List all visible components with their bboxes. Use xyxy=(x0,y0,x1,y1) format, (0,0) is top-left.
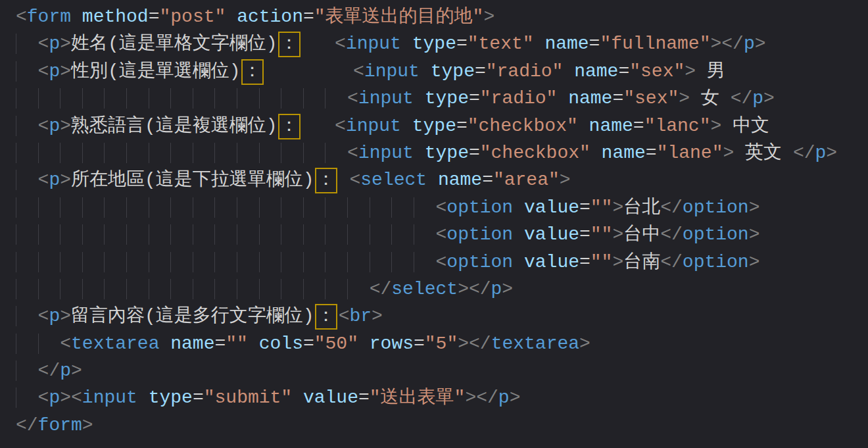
token-att: name xyxy=(544,34,589,54)
token-tag: form xyxy=(27,7,71,27)
code-line[interactable]: <textarea name="" cols="50" rows="5"></t… xyxy=(16,330,868,357)
token-tag: p xyxy=(60,361,71,381)
token-str: "area" xyxy=(493,170,560,190)
token-str: "radio" xyxy=(480,88,558,109)
token-txt xyxy=(265,61,353,82)
code-line[interactable]: <input type="checkbox" name="lane"> 英文 <… xyxy=(16,139,868,166)
code-line[interactable]: <p>姓名(這是單格文字欄位)： <input type="text" name… xyxy=(16,30,868,57)
code-line[interactable]: <p>留言內容(這是多行文字欄位)：<br> xyxy=(16,303,868,330)
token-txt xyxy=(420,61,431,82)
token-txt xyxy=(513,252,524,272)
code-line[interactable]: <form method="post" action="表單送出的目的地"> xyxy=(16,3,868,30)
token-txt: 台中 xyxy=(623,224,660,245)
token-txt xyxy=(534,34,545,54)
code-line[interactable]: </p> xyxy=(16,357,868,384)
code-editor[interactable]: <form method="post" action="表單送出的目的地"> <… xyxy=(0,0,868,448)
token-pu: < xyxy=(38,34,49,54)
token-str: "submit" xyxy=(204,387,292,408)
code-line[interactable]: <option value="">台南</option> xyxy=(16,249,868,276)
token-pu: > xyxy=(679,88,690,109)
token-pu: < xyxy=(339,306,350,326)
code-line[interactable]: </form> xyxy=(16,412,868,439)
token-txt: 留言內容(這是多行文字欄位) xyxy=(71,306,314,326)
code-line[interactable]: <p>性別(這是單選欄位)： <input type="radio" name=… xyxy=(16,58,868,85)
token-pu: </ xyxy=(469,279,491,299)
token-eq: = xyxy=(579,224,591,245)
token-pu: </ xyxy=(370,279,392,299)
code-line[interactable]: </select></p> xyxy=(16,276,868,303)
token-tag: p xyxy=(744,34,755,54)
token-pu: < xyxy=(38,116,49,136)
token-pu: > xyxy=(465,387,476,408)
code-line[interactable]: <input type="radio" name="sex"> 女 </p> xyxy=(16,85,868,112)
token-txt xyxy=(414,143,425,163)
token-txt: 熟悉語言(這是複選欄位) xyxy=(71,116,277,136)
token-tag: p xyxy=(49,61,60,82)
token-att: value xyxy=(524,197,579,218)
token-eq: = xyxy=(646,143,657,163)
token-pu: > xyxy=(579,334,591,354)
token-pu: > xyxy=(749,197,760,218)
token-eq: = xyxy=(214,334,226,354)
token-eq: = xyxy=(358,387,370,408)
indent-guides xyxy=(16,361,38,381)
token-pu: > xyxy=(60,116,71,136)
token-str: "radio" xyxy=(486,61,564,82)
token-pu: > xyxy=(60,61,71,82)
token-pu: > xyxy=(612,197,623,218)
token-pu: </ xyxy=(731,88,753,109)
token-tag: p xyxy=(49,116,60,136)
token-pu: </ xyxy=(721,34,744,54)
token-txt xyxy=(248,334,259,354)
token-pu: > xyxy=(60,170,71,190)
token-pu: < xyxy=(335,34,346,54)
token-txt: 女 xyxy=(690,88,731,109)
token-pu: < xyxy=(436,197,447,218)
token-att: name xyxy=(602,143,646,163)
token-att: type xyxy=(149,387,193,408)
code-line[interactable]: <p>所在地區(這是下拉選單欄位)： <select name="area"> xyxy=(16,166,868,193)
token-pu: > xyxy=(612,224,623,245)
token-tag: select xyxy=(391,279,458,299)
token-txt xyxy=(159,334,170,354)
token-str: "sex" xyxy=(629,61,685,82)
token-pu: < xyxy=(38,170,49,190)
code-line[interactable]: <option value="">台北</option> xyxy=(16,194,868,221)
token-pu: > xyxy=(502,279,513,299)
token-pu: < xyxy=(353,61,364,82)
token-pu: </ xyxy=(660,224,683,245)
token-pu: < xyxy=(436,224,447,245)
token-txt xyxy=(302,116,335,136)
token-txt xyxy=(401,116,412,136)
indent-guides xyxy=(16,224,436,245)
token-att: type xyxy=(425,143,469,163)
code-line[interactable]: <p>熟悉語言(這是複選欄位)： <input type="checkbox" … xyxy=(16,112,868,139)
code-line[interactable]: <option value="">台中</option> xyxy=(16,221,868,248)
token-eq: = xyxy=(456,116,468,136)
token-pu: > xyxy=(82,415,93,436)
token-pu: > xyxy=(763,88,775,109)
code-line[interactable]: <p><input type="submit" value="送出表單"></p… xyxy=(16,384,868,411)
token-eq: = xyxy=(469,88,480,109)
token-att: value xyxy=(524,224,579,245)
token-str: "checkbox" xyxy=(480,143,591,163)
token-str: "表單送出的目的地" xyxy=(314,7,484,27)
token-txt xyxy=(358,334,370,354)
token-txt xyxy=(401,34,412,54)
token-pu: </ xyxy=(38,361,60,381)
token-tag: textarea xyxy=(491,334,579,354)
token-txt: 男 xyxy=(696,61,725,82)
token-pu: > xyxy=(749,224,760,245)
token-att: type xyxy=(412,34,456,54)
token-pu: > xyxy=(483,7,494,27)
token-att: rows xyxy=(370,334,414,354)
token-str: "" xyxy=(591,197,613,218)
token-tag: option xyxy=(683,252,749,272)
token-tag: p xyxy=(498,387,510,408)
token-pu: < xyxy=(38,306,49,326)
token-pu: < xyxy=(349,170,360,190)
token-eq: = xyxy=(618,61,629,82)
token-tag: p xyxy=(752,88,763,109)
token-tag: p xyxy=(491,279,502,299)
indent-guides xyxy=(16,334,60,354)
